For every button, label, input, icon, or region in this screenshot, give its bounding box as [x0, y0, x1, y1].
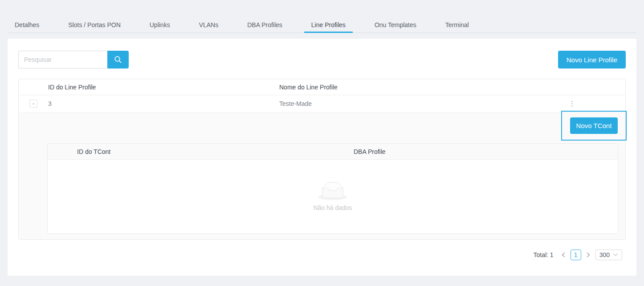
search-input[interactable] [18, 51, 107, 68]
header-id-do-tcont: ID do TCont [48, 148, 324, 155]
line-profile-id-cell: 3 [48, 100, 279, 107]
tab-slots-portas-pon[interactable]: Slots / Portas PON [61, 18, 127, 33]
page-1-button[interactable]: 1 [571, 250, 581, 260]
tcont-empty-state: Não há dados [48, 160, 618, 234]
new-tcont-button[interactable]: Novo TCont [570, 117, 618, 134]
tab-vlans[interactable]: VLANs [192, 18, 226, 33]
new-line-profile-button[interactable]: Novo Line Profile [558, 51, 626, 68]
tab-dba-profiles[interactable]: DBA Profiles [240, 18, 289, 33]
empty-state-text: Não há dados [313, 204, 352, 211]
toolbar: Novo Line Profile [18, 51, 626, 68]
line-profiles-panel: Novo Line Profile ID do Line Profile Nom… [8, 39, 636, 276]
pagination-total-label: Total: 1 [534, 251, 554, 258]
tab-terminal[interactable]: Terminal [438, 18, 476, 33]
empty-inbox-icon [318, 182, 347, 200]
pagination: Total: 1 1 300 [18, 250, 626, 260]
search-group [18, 51, 129, 68]
page-size-value: 300 [599, 251, 610, 258]
search-button[interactable] [107, 51, 129, 68]
row-more-actions-button[interactable]: ⋮ [567, 100, 577, 107]
chevron-right-icon [586, 252, 591, 258]
tab-line-profiles[interactable]: Line Profiles [304, 18, 353, 33]
collapse-row-button[interactable]: - [29, 100, 37, 108]
tab-uplinks[interactable]: Uplinks [143, 18, 177, 33]
line-profile-name-cell: Teste-Made [279, 100, 563, 107]
header-dba-profile: DBA Profile [324, 148, 618, 155]
expanded-tcont-panel: Novo TCont ID do TCont DBA Profile [19, 113, 625, 239]
tab-detalhes[interactable]: Detalhes [8, 18, 46, 33]
chevron-left-icon [561, 252, 566, 258]
header-id-do-line-profile: ID do Line Profile [48, 84, 279, 91]
line-profile-row: - 3 Teste-Made ⋮ [19, 95, 625, 113]
tab-onu-templates[interactable]: Onu Templates [367, 18, 424, 33]
line-profiles-table: ID do Line Profile Nome do Line Profile … [18, 79, 626, 240]
tcont-table-header: ID do TCont DBA Profile [48, 144, 618, 160]
chevron-down-icon [613, 253, 618, 257]
tcont-table: ID do TCont DBA Profile [47, 143, 618, 234]
previous-page-button[interactable] [559, 250, 567, 260]
page-size-select[interactable]: 300 [595, 250, 622, 260]
next-page-button[interactable] [584, 250, 592, 260]
novo-tcont-focus-ring: Novo TCont [561, 111, 627, 141]
header-nome-do-line-profile: Nome do Line Profile [279, 84, 563, 91]
olt-management-page: Detalhes Slots / Portas PON Uplinks VLAN… [0, 0, 644, 286]
search-icon [114, 56, 122, 64]
tab-bar: Detalhes Slots / Portas PON Uplinks VLAN… [8, 0, 636, 33]
line-profiles-table-header: ID do Line Profile Nome do Line Profile [19, 79, 625, 95]
